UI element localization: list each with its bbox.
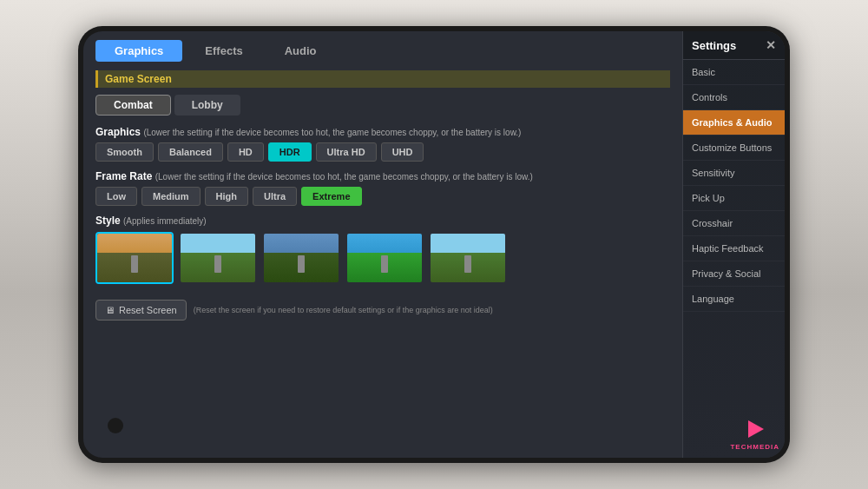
framerate-option-extreme[interactable]: Extreme bbox=[301, 187, 361, 206]
graphics-option-hd[interactable]: HD bbox=[227, 142, 264, 162]
framerate-options: Low Medium High Ultra Extreme bbox=[95, 187, 670, 206]
style-thumb-4-img bbox=[431, 234, 505, 282]
punch-hole-camera bbox=[108, 418, 123, 433]
sidebar-item-controls[interactable]: Controls bbox=[683, 85, 785, 110]
style-title: Style (Applies immediately) bbox=[95, 215, 670, 227]
graphics-option-smooth[interactable]: Smooth bbox=[95, 142, 154, 162]
sidebar-item-haptic[interactable]: Haptic Feedback bbox=[683, 236, 785, 261]
section-label: Game Screen bbox=[95, 70, 670, 88]
graphics-title: Graphics (Lower the setting if the devic… bbox=[95, 126, 670, 138]
style-thumbnails-container bbox=[95, 232, 670, 284]
tab-graphics[interactable]: Graphics bbox=[95, 40, 182, 62]
graphics-option-ultrahd[interactable]: Ultra HD bbox=[316, 142, 377, 162]
framerate-option-ultra[interactable]: Ultra bbox=[253, 187, 297, 206]
graphics-setting-row: Graphics (Lower the setting if the devic… bbox=[95, 126, 670, 162]
style-thumb-4[interactable] bbox=[429, 232, 507, 284]
style-thumb-1[interactable] bbox=[179, 232, 257, 284]
sidebar-item-language[interactable]: Language bbox=[683, 287, 785, 312]
watermark: TECHMEDIA bbox=[730, 417, 779, 451]
framerate-setting-row: Frame Rate (Lower the setting if the dev… bbox=[95, 170, 670, 206]
sidebar-header: Settings ✕ bbox=[683, 31, 785, 60]
sidebar-item-graphics-audio[interactable]: Graphics & Audio bbox=[683, 110, 785, 135]
sidebar-item-crosshair[interactable]: Crosshair bbox=[683, 211, 785, 236]
sidebar-item-sensitivity[interactable]: Sensitivity bbox=[683, 161, 785, 186]
framerate-option-high[interactable]: High bbox=[205, 187, 248, 206]
reset-screen-button[interactable]: 🖥 Reset Screen bbox=[95, 300, 187, 320]
style-thumb-1-img bbox=[181, 234, 255, 282]
graphics-option-uhd[interactable]: UHD bbox=[381, 142, 424, 162]
techmedia-icon bbox=[743, 417, 767, 441]
close-button[interactable]: ✕ bbox=[766, 38, 776, 52]
phone-screen: Graphics Effects Audio Game Screen Comba… bbox=[83, 31, 785, 458]
framerate-option-low[interactable]: Low bbox=[95, 187, 137, 206]
sub-tabs-container: Combat Lobby bbox=[95, 95, 670, 116]
top-tabs-container: Graphics Effects Audio bbox=[95, 40, 670, 62]
tab-lobby[interactable]: Lobby bbox=[174, 95, 240, 116]
watermark-text: TECHMEDIA bbox=[730, 443, 779, 451]
graphics-option-hdr[interactable]: HDR bbox=[268, 142, 312, 162]
tab-effects[interactable]: Effects bbox=[186, 40, 261, 62]
svg-marker-0 bbox=[748, 420, 764, 438]
phone-frame: Graphics Effects Audio Game Screen Comba… bbox=[78, 26, 790, 463]
sidebar-item-customize[interactable]: Customize Buttons bbox=[683, 135, 785, 161]
style-thumb-2[interactable] bbox=[262, 232, 340, 284]
framerate-note: (Lower the setting if the device becomes… bbox=[155, 172, 533, 182]
sidebar-item-pickup[interactable]: Pick Up bbox=[683, 186, 785, 211]
style-thumb-0-img bbox=[97, 234, 172, 282]
graphics-options: Smooth Balanced HD HDR Ultra HD UHD bbox=[95, 142, 670, 162]
framerate-option-medium[interactable]: Medium bbox=[141, 187, 201, 206]
tab-audio[interactable]: Audio bbox=[266, 40, 336, 62]
sidebar-item-basic[interactable]: Basic bbox=[683, 60, 785, 85]
tab-combat[interactable]: Combat bbox=[95, 95, 171, 116]
reset-row: 🖥 Reset Screen (Reset the screen if you … bbox=[95, 300, 670, 320]
right-sidebar: Settings ✕ Basic Controls Graphics & Aud… bbox=[682, 31, 785, 458]
sidebar-title: Settings bbox=[692, 39, 736, 52]
reset-button-label: Reset Screen bbox=[119, 305, 177, 315]
style-note: (Applies immediately) bbox=[123, 216, 207, 226]
monitor-icon: 🖥 bbox=[105, 305, 115, 315]
framerate-title: Frame Rate (Lower the setting if the dev… bbox=[95, 170, 670, 182]
sidebar-item-privacy[interactable]: Privacy & Social bbox=[683, 261, 785, 287]
reset-note: (Reset the screen if you need to restore… bbox=[194, 306, 493, 314]
graphics-note: (Lower the setting if the device becomes… bbox=[143, 128, 521, 137]
style-setting-row: Style (Applies immediately) bbox=[95, 215, 670, 284]
style-thumb-2-img bbox=[264, 234, 339, 282]
settings-main: Graphics Effects Audio Game Screen Comba… bbox=[83, 31, 682, 458]
style-thumb-3[interactable] bbox=[345, 232, 424, 284]
style-thumb-3-img bbox=[347, 234, 422, 282]
graphics-option-balanced[interactable]: Balanced bbox=[158, 142, 223, 162]
style-thumb-0[interactable] bbox=[95, 232, 174, 284]
